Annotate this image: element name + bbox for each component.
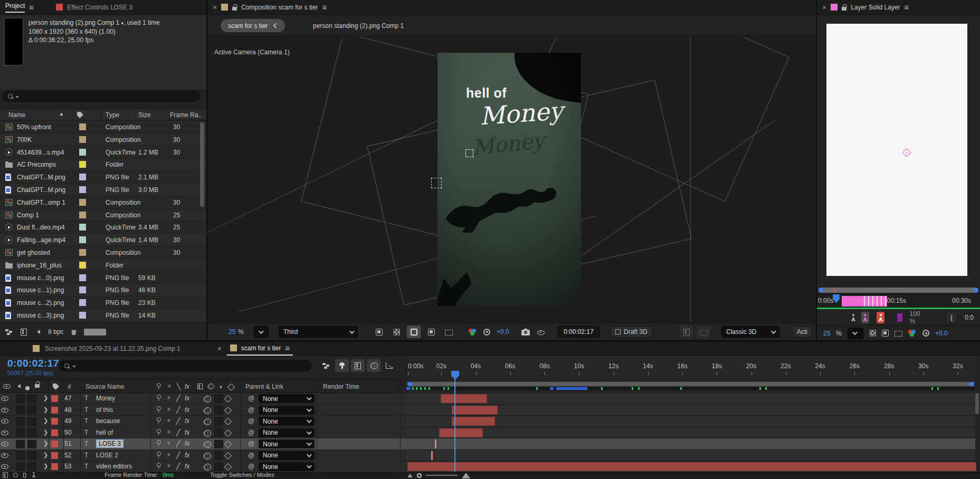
layer-duration-row[interactable] xyxy=(406,393,975,405)
layer-duration-row[interactable] xyxy=(406,405,975,416)
eye-icon[interactable] xyxy=(1,408,8,413)
layer-name[interactable]: of this xyxy=(96,406,113,414)
label-column-icon[interactable] xyxy=(77,112,83,120)
switch-cell[interactable] xyxy=(16,406,25,414)
audio-column-icon[interactable] xyxy=(15,383,21,390)
layer-name[interactable]: hell of xyxy=(96,429,113,436)
timeline-search-input[interactable] xyxy=(59,360,311,371)
brace-toggle-icon[interactable]: { xyxy=(946,312,958,323)
layer-label-swatch[interactable] xyxy=(51,452,58,459)
zoom-in-mountain-icon[interactable] xyxy=(462,473,470,478)
footer-handle[interactable] xyxy=(84,329,106,336)
lock-icon[interactable] xyxy=(842,7,846,11)
quality-switch-icon[interactable]: ☀ xyxy=(166,440,172,447)
project-row[interactable]: mouse c...1).pngPNG file46 KB xyxy=(0,284,206,296)
clock-icon[interactable] xyxy=(13,473,18,477)
3d-switch-icon[interactable] xyxy=(224,440,232,448)
switch-cell[interactable] xyxy=(16,440,25,448)
parent-link-dropdown[interactable]: None xyxy=(259,451,315,460)
col-name[interactable]: Name xyxy=(8,111,25,119)
layer-row[interactable]: ❯47TMoney☀╱fx@None xyxy=(0,393,406,405)
quality-switch-icon[interactable]: ☀ xyxy=(166,395,172,401)
label-swatch[interactable] xyxy=(79,161,86,168)
quality-switch-icon[interactable]: ☀ xyxy=(166,429,172,436)
layer-duration-bar[interactable] xyxy=(452,417,495,426)
layer-duration-bar[interactable] xyxy=(452,406,497,415)
footage-interpret-icon[interactable] xyxy=(5,329,13,336)
layer-row[interactable]: ❯48Tof this☀╱fx@None xyxy=(0,405,406,416)
preview-monitor-icon[interactable] xyxy=(697,325,710,338)
motionblur-switch-icon[interactable] xyxy=(203,453,211,459)
eye-icon[interactable] xyxy=(1,430,8,435)
show-snapshot-icon[interactable] xyxy=(537,330,545,335)
eye-icon[interactable] xyxy=(1,464,8,469)
region-of-interest-icon[interactable] xyxy=(407,325,421,338)
layer-label-swatch[interactable] xyxy=(51,418,58,425)
layer-name[interactable]: Money xyxy=(96,395,115,402)
pickwhip-icon[interactable]: @ xyxy=(248,440,254,447)
parent-link-dropdown[interactable]: None xyxy=(259,428,315,437)
anchor-switch-icon[interactable] xyxy=(156,440,161,446)
label-swatch[interactable] xyxy=(79,236,86,243)
zoom-value[interactable]: 25 xyxy=(229,328,235,336)
solo-column-icon[interactable] xyxy=(25,385,30,392)
person-selected-icon[interactable] xyxy=(861,312,869,323)
label-swatch[interactable] xyxy=(79,136,86,143)
eye-icon[interactable] xyxy=(1,442,8,446)
layer-row[interactable]: ❯50Thell of☀╱fx@None xyxy=(0,427,406,439)
close-icon[interactable]: × xyxy=(822,4,826,11)
breadcrumb-parent[interactable]: person standing (2).png Comp 1 xyxy=(313,22,404,30)
3d-switch-icon[interactable] xyxy=(224,418,232,425)
project-row[interactable]: mouse c...3).pngPNG file14 KB xyxy=(0,309,206,322)
layer-name[interactable]: LOSE 2 xyxy=(96,452,118,459)
pickwhip-icon[interactable]: @ xyxy=(248,417,254,425)
motion-blur-icon[interactable] xyxy=(367,359,380,372)
audio-icon[interactable] xyxy=(35,330,40,334)
layer-label-swatch[interactable] xyxy=(51,440,58,447)
stroke-switch-icon[interactable]: ╱ xyxy=(176,429,180,436)
project-search-input[interactable] xyxy=(3,91,201,102)
quality-switch-icon[interactable]: ☀ xyxy=(166,452,172,458)
quality-switch-icon[interactable]: ☀ xyxy=(166,406,172,413)
motionblur-switch-icon[interactable] xyxy=(203,464,211,471)
layer-label-swatch[interactable] xyxy=(51,429,58,436)
parent-link-dropdown[interactable]: None xyxy=(259,462,315,471)
project-row[interactable]: mouse c...0).pngPNG file59 KB xyxy=(0,272,206,284)
timeline-ruler[interactable]: 0:00s02s04s06s08s10s12s14s16s18s20s22s24… xyxy=(406,356,975,379)
project-row[interactable]: get ghostedComposition30 xyxy=(0,246,206,259)
eye-icon[interactable] xyxy=(1,419,8,424)
anchor-switch-icon[interactable] xyxy=(156,395,161,401)
switch-cell[interactable] xyxy=(16,395,25,403)
panel-menu-icon[interactable]: ≡ xyxy=(905,3,909,11)
label-swatch[interactable] xyxy=(79,186,86,193)
anchor-crosshair-icon[interactable] xyxy=(902,148,911,157)
stroke-switch-icon[interactable]: ╱ xyxy=(176,463,180,470)
label-swatch[interactable] xyxy=(79,149,86,156)
stroke-switch-icon[interactable]: ╱ xyxy=(176,417,180,425)
timeline-timecode[interactable]: 0:00:02:17 xyxy=(7,358,59,369)
motionblur-switch-icon[interactable] xyxy=(203,418,211,425)
zoom-slider-track[interactable] xyxy=(426,475,458,476)
project-color-depth[interactable]: 8 bpc xyxy=(48,328,63,336)
layer-duration-row[interactable] xyxy=(406,427,975,439)
col-parent-link[interactable]: Parent & Link xyxy=(245,383,283,390)
layer-duration-row[interactable] xyxy=(406,461,975,473)
switch-cell[interactable] xyxy=(27,406,36,414)
parent-link-dropdown[interactable]: None xyxy=(259,394,315,403)
anchor-switch-icon[interactable] xyxy=(156,463,161,469)
switch-cell[interactable] xyxy=(16,451,25,459)
layer-duration-bar[interactable] xyxy=(407,462,976,471)
grid-guides-icon[interactable] xyxy=(372,325,386,338)
switch-cell[interactable] xyxy=(27,451,36,459)
timeline-tab-2[interactable]: scam for s tier ≡ xyxy=(227,342,293,356)
layer-time-ruler[interactable]: 0:00s00:15s00:30s xyxy=(817,294,980,308)
comp-viewport[interactable]: Active Camera (Camera 1) Money hell of M… xyxy=(207,37,816,322)
label-swatch[interactable] xyxy=(79,274,86,281)
project-row[interactable]: ChatGPT...omp 1Composition30 xyxy=(0,196,206,209)
parent-link-dropdown[interactable]: None xyxy=(259,406,315,415)
anchor-switch-icon[interactable] xyxy=(156,429,161,435)
panel-menu-icon[interactable]: ≡ xyxy=(285,344,290,352)
pickwhip-icon[interactable]: @ xyxy=(248,406,254,414)
project-row[interactable]: 50% upfrontComposition30 xyxy=(0,121,206,133)
eye-icon[interactable] xyxy=(1,453,8,458)
